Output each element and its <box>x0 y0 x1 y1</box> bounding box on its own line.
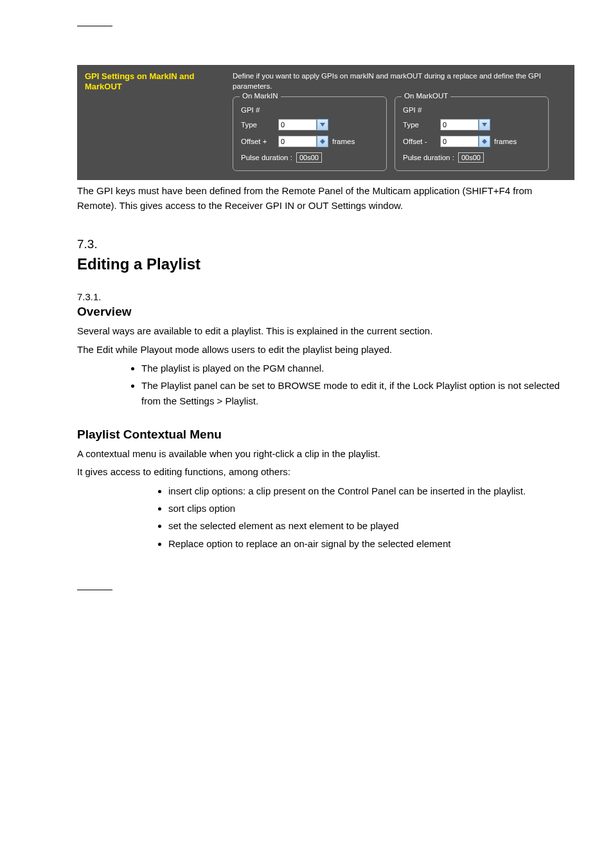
markout-legend: On MarkOUT <box>402 92 450 100</box>
markin-type-label: Type <box>241 121 278 129</box>
panel-title: GPI Settings on MarkIN and MarkOUT <box>85 71 233 93</box>
overview-bullets: The playlist is played on the PGM channe… <box>77 361 574 408</box>
markout-offset-label: Offset - <box>403 138 440 145</box>
panel-description: Define if you want to apply GPIs on mark… <box>233 71 567 91</box>
note-below-panel: The GPI keys must have been defined from… <box>77 184 574 213</box>
list-item: Replace option to replace an on-air sign… <box>168 536 574 551</box>
markin-group: On MarkIN GPI # Type <box>233 96 387 171</box>
markout-offset-unit: frames <box>494 138 517 145</box>
markout-gpi-label: GPI # <box>403 106 440 114</box>
markin-legend: On MarkIN <box>240 92 281 100</box>
list-item: insert clip options: a clip present on t… <box>168 484 574 498</box>
gpi-settings-panel: GPI Settings on MarkIN and MarkOUT Defin… <box>77 65 574 180</box>
header-rule <box>77 26 112 26</box>
markin-type-dropdown[interactable] <box>317 119 328 131</box>
markin-offset-spinner[interactable] <box>317 136 328 147</box>
markin-offset-label: Offset + <box>241 138 278 145</box>
markin-offset-input[interactable] <box>278 136 317 147</box>
markin-pulse-label: Pulse duration : <box>241 154 292 161</box>
svg-marker-0 <box>320 123 325 127</box>
overview-paragraph-2: The Edit while Playout mode allows users… <box>77 343 574 357</box>
svg-marker-3 <box>482 123 487 127</box>
markout-offset-spinner[interactable] <box>479 136 490 147</box>
markin-pulse-value: 00s00 <box>296 152 322 163</box>
chevron-down-icon <box>482 123 487 127</box>
list-item: The playlist is played on the PGM channe… <box>141 361 574 375</box>
list-item: sort clips option <box>168 501 574 516</box>
heading-editing-playlist: Editing a Playlist <box>77 255 574 273</box>
markout-pulse-value: 00s00 <box>458 152 484 163</box>
section-number: 7.3. <box>77 237 574 251</box>
markout-offset-input[interactable] <box>440 136 479 147</box>
settings-playlist-link[interactable]: Settings > Playlist <box>179 395 256 406</box>
chevron-down-icon <box>320 123 325 127</box>
markout-type-dropdown[interactable] <box>479 119 490 131</box>
chevron-down-icon <box>482 141 487 144</box>
overview-paragraph-1: Several ways are available to edit a pla… <box>77 324 574 339</box>
markout-group: On MarkOUT GPI # Type <box>395 96 549 171</box>
list-item: set the selected element as next element… <box>168 518 574 533</box>
heading-overview: Overview <box>77 305 574 319</box>
markout-pulse-label: Pulse duration : <box>403 154 454 161</box>
ctx-bullets: insert clip options: a clip present on t… <box>77 484 574 551</box>
markin-offset-unit: frames <box>332 138 355 145</box>
svg-marker-5 <box>482 141 487 144</box>
subsection-number: 7.3.1. <box>77 291 574 302</box>
markin-type-input[interactable] <box>278 119 317 131</box>
svg-marker-2 <box>320 141 325 144</box>
markin-gpi-label: GPI # <box>241 106 278 114</box>
footer-rule <box>77 590 112 590</box>
ctx-paragraph-2: It gives access to editing functions, am… <box>77 465 574 480</box>
markout-type-input[interactable] <box>440 119 479 131</box>
list-item: The Playlist panel can be set to BROWSE … <box>141 378 574 408</box>
chevron-down-icon <box>320 141 325 144</box>
ctx-paragraph-1: A contextual menu is available when you … <box>77 447 574 462</box>
heading-contextual-menu: Playlist Contextual Menu <box>77 428 574 442</box>
markout-type-label: Type <box>403 121 440 129</box>
